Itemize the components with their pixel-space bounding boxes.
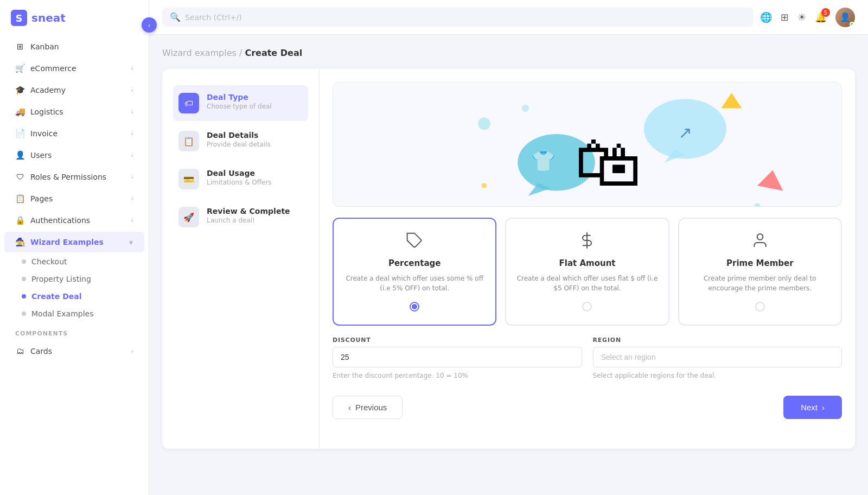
prime-member-icon (751, 232, 769, 253)
page-content: Wizard examples / Create Deal 🏷 Deal Typ… (149, 35, 868, 495)
svg-point-12 (754, 203, 760, 206)
previous-button[interactable]: ‹ Previous (333, 396, 403, 419)
step-text-deal-details: Deal Details Provide deal details (207, 131, 271, 148)
sidebar-sub-modal-examples[interactable]: Modal Examples (0, 305, 149, 322)
search-icon: 🔍 (170, 12, 181, 22)
next-button[interactable]: Next › (783, 396, 842, 419)
sidebar-item-pages[interactable]: 📋 Pages › (4, 188, 144, 209)
flat-amount-icon (578, 232, 596, 253)
radio-flat[interactable] (582, 302, 592, 312)
step-icon-deal-type: 🏷 (178, 93, 199, 113)
step-text-review: Review & Complete Launch a deal! (207, 207, 290, 224)
chevron-icon: › (131, 348, 133, 355)
sidebar-sub-checkout[interactable]: Checkout (0, 253, 149, 270)
sidebar-item-wizard[interactable]: 🧙 Wizard Examples ∨ (4, 232, 144, 252)
form-row: DISCOUNT Enter the discount percentage. … (333, 337, 842, 379)
sidebar-sub-create-deal[interactable]: Create Deal (0, 288, 149, 305)
region-hint: Select applicable regions for the deal. (593, 372, 843, 379)
svg-point-0 (478, 118, 490, 130)
sidebar-item-roles[interactable]: 🛡 Roles & Permissions › (4, 167, 144, 187)
discount-label: DISCOUNT (333, 337, 582, 344)
sidebar-item-ecommerce[interactable]: 🛒 eCommerce › (4, 58, 144, 79)
chevron-right-icon: › (822, 403, 825, 412)
step-deal-details[interactable]: 📋 Deal Details Provide deal details (173, 123, 308, 159)
chevron-icon: › (131, 152, 133, 159)
deal-card-prime[interactable]: Prime Member Create prime member only de… (678, 218, 842, 326)
discount-input[interactable] (333, 347, 582, 367)
roles-icon: 🛡 (15, 172, 25, 182)
notification-badge: 5 (821, 8, 830, 17)
svg-point-13 (482, 183, 487, 188)
sidebar-sub-property-listing[interactable]: Property Listing (0, 270, 149, 288)
svg-text:🛍: 🛍 (575, 123, 642, 201)
svg-text:👕: 👕 (531, 149, 556, 173)
breadcrumb: Wizard examples / Create Deal (162, 48, 855, 58)
sidebar-item-academy[interactable]: 🎓 Academy › (4, 80, 144, 100)
illustration-box: 👕 ↗ 🛍 (333, 82, 842, 207)
step-icon-deal-details: 📋 (178, 131, 199, 151)
step-text-deal-type: Deal Type Choose type of deal (207, 93, 272, 110)
logistics-icon: 🚚 (15, 107, 25, 117)
chevron-left-icon: ‹ (348, 403, 351, 412)
chevron-icon: › (131, 87, 133, 94)
pages-icon: 📋 (15, 194, 25, 204)
sidebar-item-kanban[interactable]: ⊞ Kanban (4, 36, 144, 57)
discount-group: DISCOUNT Enter the discount percentage. … (333, 337, 582, 379)
invoice-icon: 📄 (15, 129, 25, 138)
svg-point-16 (757, 234, 763, 240)
deal-card-percentage[interactable]: Percentage Create a deal which offer use… (333, 218, 496, 326)
sub-dot-icon (22, 312, 26, 316)
step-icon-deal-usage: 💳 (178, 169, 199, 189)
header-icons: 🌐 ⊞ ☀ 🔔 5 👤 (760, 8, 855, 27)
auth-icon: 🔒 (15, 215, 25, 225)
academy-icon: 🎓 (15, 85, 25, 95)
svg-marker-10 (757, 170, 783, 191)
kanban-icon: ⊞ (15, 42, 25, 52)
search-bar[interactable]: 🔍 Search (Ctrl+/) (162, 8, 754, 27)
step-text-deal-usage: Deal Usage Limitations & Offers (207, 169, 272, 186)
discount-hint: Enter the discount percentage. 10 = 10% (333, 372, 582, 379)
chevron-down-icon: ∨ (129, 239, 133, 246)
chevron-icon: › (131, 195, 133, 202)
avatar[interactable]: 👤 (835, 8, 855, 27)
sidebar-item-auth[interactable]: 🔒 Authentications › (4, 210, 144, 231)
sub-dot-icon (22, 294, 26, 299)
logo-icon: S (11, 10, 27, 26)
wizard-icon: 🧙 (15, 237, 25, 247)
chevron-icon: › (131, 217, 133, 224)
deal-type-cards: Percentage Create a deal which offer use… (333, 218, 842, 326)
svg-text:↗: ↗ (678, 123, 692, 142)
wizard-main: 👕 ↗ 🛍 (320, 69, 855, 449)
radio-prime[interactable] (755, 302, 765, 312)
notification-icon[interactable]: 🔔 5 (815, 11, 827, 23)
step-deal-type[interactable]: 🏷 Deal Type Choose type of deal (173, 85, 308, 121)
header: 🔍 Search (Ctrl+/) 🌐 ⊞ ☀ 🔔 5 👤 (149, 0, 868, 35)
step-review[interactable]: 🚀 Review & Complete Launch a deal! (173, 199, 308, 235)
components-section-label: COMPONENTS (0, 322, 149, 340)
chevron-icon: › (131, 130, 133, 137)
percentage-icon (406, 232, 423, 253)
theme-icon[interactable]: ☀ (797, 11, 806, 23)
sidebar-item-cards[interactable]: 🗂 Cards › (4, 341, 144, 361)
sidebar-item-logistics[interactable]: 🚚 Logistics › (4, 101, 144, 122)
wizard-navigation: ‹ Previous Next › (333, 390, 842, 419)
ecommerce-icon: 🛒 (15, 64, 25, 73)
chevron-icon: › (131, 109, 133, 116)
region-input[interactable] (593, 347, 843, 367)
search-placeholder: Search (Ctrl+/) (185, 13, 242, 22)
svg-marker-9 (722, 93, 742, 109)
app-logo: S sneat (0, 0, 149, 36)
sub-dot-icon (22, 259, 26, 264)
sidebar-item-users[interactable]: 👤 Users › (4, 145, 144, 166)
chevron-icon: › (131, 174, 133, 181)
globe-icon[interactable]: 🌐 (760, 11, 772, 23)
grid-icon[interactable]: ⊞ (781, 11, 789, 23)
svg-point-1 (522, 105, 529, 112)
sidebar-item-invoice[interactable]: 📄 Invoice › (4, 123, 144, 144)
wizard-container: 🏷 Deal Type Choose type of deal 📋 Deal D… (162, 69, 855, 449)
cards-icon: 🗂 (15, 346, 25, 356)
step-deal-usage[interactable]: 💳 Deal Usage Limitations & Offers (173, 161, 308, 197)
wizard-steps: 🏷 Deal Type Choose type of deal 📋 Deal D… (162, 69, 320, 449)
deal-card-flat[interactable]: Flat Amount Create a deal which offer us… (505, 218, 669, 326)
radio-percentage[interactable] (410, 302, 419, 312)
